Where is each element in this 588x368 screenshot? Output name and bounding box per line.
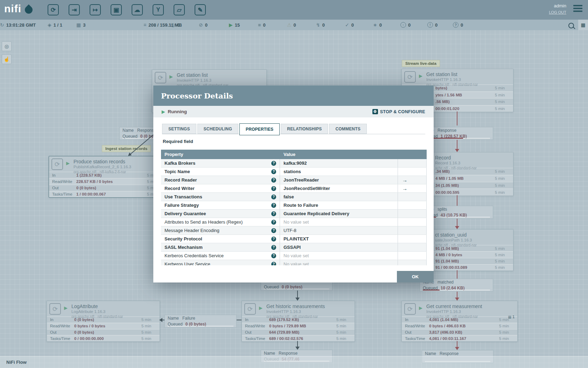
property-name: Attributes to Send as Headers (Regex) bbox=[164, 219, 243, 225]
stat-active-threads: ▦ 3 bbox=[76, 20, 85, 30]
canvas-label[interactable]: Ingest station records bbox=[102, 145, 151, 152]
stat-value: 0 (0 bytes) bbox=[76, 186, 147, 190]
canvas-grid-toggle[interactable]: ▦ bbox=[578, 20, 588, 30]
stat-label: Tasks/Time bbox=[47, 336, 74, 341]
label-icon[interactable]: ✎ bbox=[195, 4, 206, 15]
remote-process-group-icon[interactable]: ☁ bbox=[132, 4, 143, 15]
relationship-name: Response bbox=[438, 128, 456, 134]
property-value: JsonTreeReader bbox=[280, 176, 398, 184]
stop-and-configure-button[interactable]: ⚙ STOP & CONFIGURE bbox=[372, 109, 425, 114]
template-icon[interactable]: ▱ bbox=[174, 4, 185, 15]
processor-type-icon: ⟳ bbox=[51, 158, 63, 170]
help-icon[interactable]: ? bbox=[271, 178, 276, 183]
stat-value: bytes) bbox=[429, 86, 495, 90]
help-icon[interactable]: ? bbox=[271, 195, 276, 199]
go-to-service-icon[interactable]: → bbox=[402, 185, 407, 191]
logout-link[interactable]: LOG OUT bbox=[524, 10, 566, 14]
stat-stale: ↑ 0 bbox=[400, 20, 411, 30]
ok-button[interactable]: OK bbox=[397, 271, 434, 282]
processor-type: InvokeHTTP 1.16.3 bbox=[426, 77, 512, 82]
canvas-label[interactable]: Stream live-data bbox=[402, 60, 440, 67]
table-row: SASL Mechanism ? GSSAPI → bbox=[161, 243, 427, 252]
stat-window: 5 min bbox=[141, 324, 160, 328]
status-value: 0 bbox=[205, 22, 208, 28]
running-icon: ▶ bbox=[259, 305, 262, 311]
stat-row: In 1 (228.57 KB) 5 min bbox=[49, 172, 165, 178]
status-value: 0 bbox=[294, 22, 296, 28]
processor[interactable]: ⟳ ▶ LogAttribute LogAttribute 1.16.3 org… bbox=[47, 301, 160, 342]
breadcrumb[interactable]: NiFi Flow bbox=[6, 360, 27, 365]
property-name: Security Protocol bbox=[164, 236, 202, 241]
stat-connected-nodes: ◈ 1 / 1 bbox=[48, 20, 62, 30]
relationship-name: matched bbox=[438, 280, 454, 285]
stat-value: 689 (179.52 KB) bbox=[269, 318, 336, 322]
tab[interactable]: COMMENTS bbox=[329, 124, 367, 134]
input-port-icon[interactable]: ⇥ bbox=[69, 4, 80, 15]
run-status-label: Running bbox=[168, 109, 187, 114]
processor-name: Get station list bbox=[426, 71, 512, 77]
help-icon[interactable]: ? bbox=[271, 262, 276, 266]
stat-value: 91 / 00:00:03.089 bbox=[429, 265, 495, 270]
processor[interactable]: ⟳ ▶ Get current measurement InvokeHTTP 1… bbox=[401, 301, 518, 342]
navigate-icon[interactable]: ◎ bbox=[2, 41, 12, 51]
hand-icon[interactable]: ☝ bbox=[2, 54, 12, 64]
running-icon: ▶ bbox=[66, 161, 70, 166]
dialog-tabs: SETTINGS SCHEDULING PROPERTIES RELATIONS… bbox=[162, 123, 425, 134]
help-icon[interactable]: ? bbox=[271, 220, 276, 225]
help-icon[interactable]: ? bbox=[271, 203, 276, 208]
processor[interactable]: ⟳ ▶ Produce station records PublishKafka… bbox=[49, 156, 166, 198]
help-icon[interactable]: ? bbox=[271, 237, 276, 241]
running-icon: ▶ bbox=[162, 109, 165, 114]
help-icon[interactable]: ? bbox=[271, 253, 276, 258]
status-value: 13:01:28 GMT bbox=[6, 22, 36, 28]
stat-label: Read/Write bbox=[49, 179, 76, 184]
queue-name-label: Name bbox=[264, 351, 275, 356]
output-port-icon[interactable]: ↦ bbox=[90, 4, 101, 15]
processor-stats: In 1 (228.57 KB) 5 min Read/Write 228.57… bbox=[49, 172, 165, 197]
stat-value: 228.57 KB / 0 bytes bbox=[76, 179, 147, 184]
property-value: PLAINTEXT bbox=[280, 235, 398, 243]
funnel-icon[interactable]: Y bbox=[153, 4, 164, 15]
table-row: Failure Strategy ? Route to Failure → bbox=[161, 201, 427, 210]
help-icon[interactable]: ? bbox=[271, 161, 276, 166]
status-value: 0 bbox=[263, 22, 265, 28]
process-group-icon[interactable]: ▣ bbox=[111, 4, 122, 15]
dialog-title: Processor Details bbox=[161, 91, 233, 100]
stat-value: 0 (0 bytes) bbox=[74, 318, 141, 322]
status-value: 0 bbox=[351, 22, 354, 28]
stat-value: 3,817 (496.03 KB) bbox=[429, 330, 499, 334]
help-icon[interactable]: ? bbox=[271, 169, 276, 174]
processor[interactable]: ⟳ ▶ Get historic measurements InvokeHTTP… bbox=[241, 301, 355, 342]
stat-value: 4 MB / 0 bytes bbox=[429, 253, 495, 257]
processor-name: Produce station records bbox=[74, 159, 164, 164]
stat-value: .34 MB) bbox=[429, 169, 495, 173]
global-menu-icon[interactable] bbox=[573, 5, 582, 13]
search-icon[interactable] bbox=[568, 23, 574, 28]
help-icon[interactable]: ? bbox=[271, 228, 276, 233]
property-name: Delivery Guarantee bbox=[164, 211, 206, 216]
stat-value: 0 bytes / 0 bytes bbox=[74, 324, 141, 328]
processor-details-dialog: Processor Details ▶ Running ⚙ STOP & CON… bbox=[153, 86, 434, 282]
tab[interactable]: SCHEDULING bbox=[197, 124, 238, 134]
stat-label: Out bbox=[242, 330, 269, 334]
processor-name: Get historic measurements bbox=[266, 304, 353, 309]
stat-row: In 4,081 (1.04 MB) 5 min bbox=[402, 316, 517, 323]
connection-queue-label[interactable]: Name Failure Queued 0 (0 bytes) bbox=[164, 315, 237, 328]
status-value: 0 bbox=[408, 22, 411, 28]
go-to-service-icon[interactable]: → bbox=[402, 177, 407, 183]
stat-window: 5 min bbox=[336, 330, 355, 334]
stat-window: 5 min bbox=[495, 107, 513, 111]
help-icon[interactable]: ? bbox=[271, 211, 276, 216]
tab[interactable]: SETTINGS bbox=[162, 124, 196, 134]
processor-stats: In 0 (0 bytes) 5 min Read/Write 0 bytes … bbox=[47, 316, 160, 341]
tab[interactable]: PROPERTIES bbox=[239, 123, 280, 135]
processor-stats: In 689 (179.52 KB) 5 min Read/Write 0 by… bbox=[242, 316, 355, 341]
property-name: Topic Name bbox=[164, 169, 190, 174]
tab[interactable]: RELATIONSHIPS bbox=[281, 124, 328, 134]
help-icon[interactable]: ? bbox=[271, 186, 276, 191]
status-bar: ◈ 1 / 1 ▦ 3 ≡ 208 / 159.11 MB ◎ 0 ⊘ 0 ▶ … bbox=[0, 20, 588, 30]
stat-sync-failure: ? 0 bbox=[453, 20, 463, 30]
status-value: 0 bbox=[435, 22, 438, 28]
processor-icon[interactable]: ⟳ bbox=[48, 4, 59, 15]
help-icon[interactable]: ? bbox=[271, 245, 276, 250]
